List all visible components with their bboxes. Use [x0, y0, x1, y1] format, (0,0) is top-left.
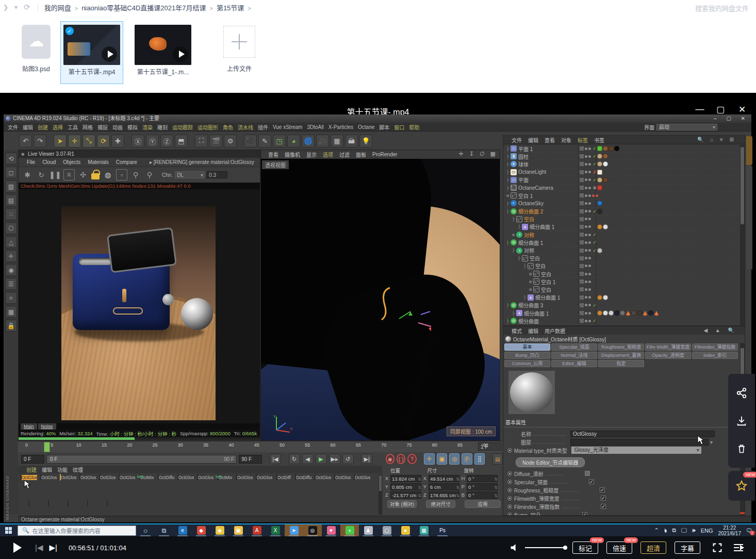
om-menu-标签[interactable]: 标签 — [578, 136, 588, 144]
object-row[interactable]: ├ ◍ 细分曲面 3 ✓ — [503, 302, 740, 309]
taskbar-app-icon[interactable]: ➤ — [285, 524, 303, 536]
lv-menu-Objects[interactable]: Objects — [63, 159, 80, 165]
material-picker-icon[interactable]: ⚲ — [130, 169, 141, 180]
texture-tag[interactable] — [614, 310, 619, 316]
texture-tag[interactable] — [603, 224, 608, 229]
object-manager-icons[interactable]: 🔍 ⌂ ≡ ⊞ — [697, 137, 736, 142]
file-item[interactable]: ✓ 第十五节课-.mp4 — [61, 22, 123, 84]
previous-video-button[interactable]: |◀ — [35, 543, 43, 552]
last-tool-icon[interactable]: ✚ — [111, 135, 124, 147]
language-indicator[interactable]: ENG — [701, 528, 713, 534]
scale-icon[interactable]: ⤡ — [83, 135, 95, 147]
material-thumbnail[interactable]: OctGlos — [176, 474, 195, 480]
menu-雕刻[interactable]: 雕刻 — [157, 123, 168, 131]
expand-toggle-icon[interactable]: ├ — [517, 256, 521, 260]
vp-menu-显示[interactable]: 显示 — [306, 151, 317, 158]
menu-运动图形[interactable]: 运动图形 — [198, 123, 218, 131]
texture-tag[interactable] — [637, 310, 642, 316]
breadcrumb-item[interactable]: 我的网盘 — [44, 4, 71, 12]
player-button-标记[interactable]: 标记 NEW — [572, 541, 598, 554]
om-menu-对象[interactable]: 对象 — [561, 136, 571, 144]
om-menu-书签[interactable]: 书签 — [594, 136, 604, 144]
expand-toggle-icon[interactable]: ├ — [511, 217, 516, 221]
expand-toggle-icon[interactable]: ├ — [505, 177, 510, 182]
search-input[interactable]: 搜索我的网盘文件 — [695, 3, 749, 13]
keyframe-selection-button[interactable]: ? — [407, 454, 416, 464]
attr-tab[interactable]: Common_公用 — [504, 360, 550, 367]
play-forward-button[interactable]: ▶ — [316, 454, 327, 464]
move-icon[interactable]: ✛ — [68, 135, 81, 147]
tray-chevron-icon[interactable]: ⌃ — [654, 527, 659, 534]
prev-frame-button[interactable]: ◀ — [302, 454, 314, 464]
texture-tag[interactable] — [597, 295, 602, 300]
timeline-playhead[interactable] — [44, 442, 50, 452]
menu-窗口[interactable]: 窗口 — [394, 123, 404, 131]
position-input[interactable]: 13.824 cm — [390, 475, 421, 482]
reset-icon[interactable]: R — [63, 169, 75, 180]
file-item[interactable]: 第十五节课_1-.m... — [132, 22, 194, 84]
position-input[interactable]: 0.805 cm — [390, 483, 421, 490]
object-row[interactable]: ├ ▲ 细分曲面 1 — [503, 294, 740, 302]
attr-tab[interactable]: Filmindex_薄膜指数 — [692, 343, 738, 351]
texture-tag[interactable] — [654, 311, 659, 316]
texture-tag[interactable] — [597, 209, 602, 214]
texture-tag[interactable] — [597, 224, 602, 229]
taskbar-app-icon[interactable]: ◖ — [340, 524, 359, 536]
object-name[interactable]: 细分曲面 2 — [518, 207, 543, 215]
object-row[interactable]: ├ ◍ 细分曲面 ✓ — [503, 317, 740, 325]
redo-icon[interactable]: ↷ — [34, 135, 46, 147]
object-name[interactable]: 对称 — [524, 246, 534, 254]
environment-icon[interactable]: ▦ — [331, 135, 343, 147]
texture-tag[interactable] — [603, 295, 608, 300]
object-name[interactable]: 细分曲面 1 — [530, 223, 554, 231]
attr-menu-模式[interactable]: 模式 — [512, 327, 522, 335]
back-icon[interactable]: ❯ — [3, 4, 8, 11]
network-icon[interactable]: 🖵 — [681, 527, 687, 534]
object-row[interactable]: ⊕ L⁰ 空白 1 — [503, 192, 740, 200]
expand-toggle-icon[interactable]: ├ — [511, 311, 516, 316]
goto-end-button[interactable]: ▶| — [361, 454, 372, 464]
lock-icon[interactable]: 🔒 — [5, 320, 17, 332]
size-input[interactable]: 178.655 cm — [429, 491, 459, 499]
material-preview[interactable] — [508, 371, 555, 414]
object-row[interactable]: ├ ▲ 细分曲面 1 — [503, 309, 740, 317]
settings-gear-icon[interactable]: ✣ — [77, 169, 89, 180]
texture-tag[interactable] — [620, 310, 625, 316]
dropdown-caret-icon[interactable]: ▾ — [14, 4, 18, 11]
end-frame-field[interactable]: 90 F — [239, 455, 262, 464]
attr-tab[interactable]: Normal_法线 — [551, 352, 597, 359]
vp-menu-查看[interactable]: 查看 — [268, 151, 278, 158]
texture-tag[interactable] — [597, 170, 602, 175]
field-icon[interactable]: 🌀 — [302, 135, 315, 147]
menu-网格[interactable]: 网格 — [83, 123, 93, 131]
menu-Vue xStream[interactable]: Vue xStream — [273, 124, 302, 130]
object-name[interactable]: OctaneCamera — [518, 185, 553, 191]
vp-menu-面板[interactable]: 面板 — [356, 151, 366, 158]
om-menu-编辑[interactable]: 编辑 — [528, 136, 538, 144]
texture-tag[interactable] — [597, 146, 602, 151]
lv-tab-Noise[interactable]: Noise — [38, 423, 56, 430]
expand-toggle-icon[interactable]: ⊕ — [505, 193, 510, 198]
viewport-solo-icon[interactable]: ◉ — [5, 264, 17, 276]
prop-checkbox[interactable]: ✓ — [589, 479, 594, 484]
mm-tab-纹理[interactable]: 纹理 — [73, 466, 83, 473]
object-row[interactable]: ├ ▮ 圆柱 ✓ — [503, 153, 740, 160]
om-menu-查看[interactable]: 查看 — [545, 136, 555, 144]
material-thumbnail[interactable]: OctGlos — [58, 474, 78, 480]
object-name[interactable]: 细分曲面 3 — [518, 301, 543, 309]
cortana-icon[interactable]: ○ — [136, 524, 155, 536]
menu-3DtoAll[interactable]: 3DtoAll — [307, 124, 323, 130]
texture-tag[interactable] — [609, 146, 614, 151]
object-name[interactable]: 平面 1 — [518, 145, 533, 153]
material-thumbnail[interactable]: OctGlos — [117, 474, 137, 480]
loop-button[interactable]: ↻ — [289, 454, 300, 464]
taskbar-app-icon[interactable]: ▦ — [415, 524, 433, 536]
goto-start-button[interactable]: |◀ — [270, 454, 281, 464]
object-name[interactable]: 空白 — [541, 270, 551, 278]
attr-tab[interactable]: Editor_编辑 — [551, 360, 597, 367]
menu-角色[interactable]: 角色 — [223, 123, 233, 131]
next-frame-button[interactable]: ▶▸ — [329, 454, 340, 464]
menu-编辑[interactable]: 编辑 — [23, 123, 33, 131]
name-input[interactable]: OctGlossy — [570, 431, 715, 437]
pointer-icon[interactable]: ➤ — [54, 135, 67, 147]
